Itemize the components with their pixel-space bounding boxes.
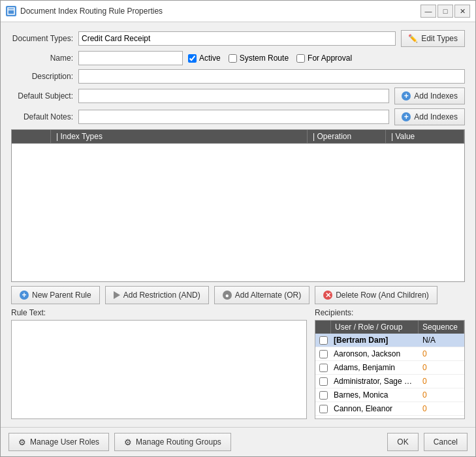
recipient-checkbox[interactable]: [319, 391, 328, 400]
recipient-row[interactable]: Adams, Benjamin0: [315, 361, 464, 375]
ok-button[interactable]: OK: [387, 433, 418, 451]
col-index-types-header: | Index Types: [51, 130, 308, 143]
col-value-header: | Value: [386, 130, 464, 143]
recipient-user: Cannon, Eleanor: [331, 402, 419, 415]
add-indexes-notes-button[interactable]: + Add Indexes: [394, 108, 465, 125]
default-subject-row: Default Subject: + Add Indexes: [11, 87, 465, 104]
recipient-sequence: 0: [419, 361, 464, 374]
title-bar: Document Index Routing Rule Properties —…: [1, 1, 475, 22]
triangle-icon: [114, 291, 120, 299]
description-label: Description:: [11, 72, 73, 81]
svg-rect-0: [8, 8, 14, 14]
recipient-user: Adams, Benjamin: [331, 361, 419, 374]
name-input[interactable]: [78, 51, 183, 65]
recipient-sequence: 0: [419, 375, 464, 388]
rule-text-section: Rule Text:: [11, 308, 307, 419]
checkbox-group: Active System Route For Approval: [188, 54, 465, 63]
recipients-body: [Bertram Dam]N/AAaronson, Jackson0Adams,…: [315, 334, 464, 418]
rec-col-seq-header: Sequence: [419, 321, 464, 334]
bottom-section: Rule Text: Recipients: User / Role / Gro…: [11, 308, 465, 419]
recipient-checkbox-cell: [315, 336, 331, 345]
manage-routing-groups-button[interactable]: ⚙ Manage Routing Groups: [114, 433, 231, 451]
recipient-checkbox-cell: [315, 377, 331, 386]
for-approval-label: For Approval: [308, 54, 352, 63]
add-indexes-subject-button[interactable]: + Add Indexes: [394, 87, 465, 104]
description-input[interactable]: [78, 69, 465, 84]
recipient-user: Aaronson, Jackson: [331, 347, 419, 360]
recipient-user: [Bertram Dam]: [331, 334, 419, 347]
maximize-button[interactable]: □: [437, 5, 453, 18]
close-button[interactable]: ✕: [454, 5, 470, 18]
for-approval-checkbox-label[interactable]: For Approval: [296, 54, 352, 63]
rule-text-label: Rule Text:: [11, 308, 307, 317]
add-restriction-button[interactable]: Add Restriction (AND): [105, 286, 209, 304]
recipients-header: User / Role / Group Sequence: [315, 321, 464, 334]
recipient-checkbox-cell: [315, 405, 331, 413]
default-subject-label: Default Subject:: [11, 91, 73, 101]
app-icon: [6, 6, 16, 16]
for-approval-checkbox[interactable]: [296, 54, 305, 63]
recipients-section: Recipients: User / Role / Group Sequence…: [315, 308, 465, 419]
name-row: Name: Active System Route For Approval: [11, 51, 465, 65]
main-window: Document Index Routing Rule Properties —…: [0, 0, 476, 457]
recipient-row[interactable]: Cannon, Eleanor0: [315, 402, 464, 416]
default-notes-input[interactable]: [78, 110, 389, 124]
index-table-header: | Index Types | Operation | Value: [12, 130, 464, 144]
recipient-checkbox[interactable]: [319, 336, 328, 345]
delete-row-button[interactable]: ✕ Delete Row (And Children): [315, 286, 437, 304]
manage-user-roles-button[interactable]: ⚙ Manage User Roles: [8, 433, 109, 451]
recipient-checkbox[interactable]: [319, 377, 328, 386]
default-notes-label: Default Notes:: [11, 112, 73, 121]
recipient-user: Barnes, Monica: [331, 388, 419, 402]
recipient-sequence: 0: [419, 402, 464, 415]
recipient-row[interactable]: Aaronson, Jackson0: [315, 347, 464, 361]
recipient-row[interactable]: [Bertram Dam]N/A: [315, 334, 464, 347]
active-checkbox-label[interactable]: Active: [188, 54, 221, 63]
default-notes-row: Default Notes: + Add Indexes: [11, 108, 465, 125]
recipient-checkbox-cell: [315, 350, 331, 358]
col-seq-header: [12, 130, 51, 143]
action-buttons: + New Parent Rule Add Restriction (AND) …: [11, 286, 465, 304]
name-label: Name:: [11, 54, 73, 63]
cancel-button[interactable]: Cancel: [424, 433, 468, 451]
plus-icon-new-parent: +: [20, 291, 29, 300]
default-subject-input[interactable]: [78, 89, 389, 103]
recipient-sequence: 0: [419, 388, 464, 402]
doc-types-row: Document Types: ✏️ Edit Types: [11, 30, 465, 47]
recipient-checkbox[interactable]: [319, 364, 328, 372]
recipient-checkbox-cell: [315, 364, 331, 372]
rec-col-user-header: User / Role / Group: [331, 321, 419, 334]
edit-types-button[interactable]: ✏️ Edit Types: [401, 30, 465, 47]
rec-col-cb-header: [315, 321, 331, 334]
recipient-user: Administrator, Sage Pa...: [331, 375, 419, 388]
col-operation-header: | Operation: [308, 130, 386, 143]
gear-icon-2: ⚙: [124, 437, 132, 447]
plus-icon-1: +: [402, 91, 411, 101]
active-checkbox[interactable]: [188, 54, 197, 63]
add-alternate-button[interactable]: ● Add Alternate (OR): [214, 286, 309, 304]
minimize-button[interactable]: —: [420, 5, 436, 18]
recipient-row[interactable]: Administrator, Sage Pa...0: [315, 375, 464, 388]
recipient-sequence: 0: [419, 347, 464, 360]
recipient-row[interactable]: Barnes, Monica0: [315, 388, 464, 402]
window-controls: — □ ✕: [420, 5, 470, 18]
recipient-checkbox[interactable]: [319, 405, 328, 413]
system-route-checkbox-label[interactable]: System Route: [229, 54, 289, 63]
active-label: Active: [199, 54, 221, 63]
description-row: Description:: [11, 69, 465, 84]
system-route-checkbox[interactable]: [229, 54, 237, 63]
recipients-label: Recipients:: [315, 308, 465, 317]
recipient-checkbox-cell: [315, 391, 331, 400]
index-table-body: [12, 144, 464, 281]
gear-icon-1: ⚙: [18, 437, 26, 447]
index-table-container: | Index Types | Operation | Value: [11, 129, 465, 282]
footer-right: OK Cancel: [387, 433, 468, 451]
doc-types-input[interactable]: [78, 31, 396, 46]
window-title: Document Index Routing Rule Properties: [20, 7, 417, 16]
rule-text-box[interactable]: [11, 320, 307, 419]
pencil-icon: ✏️: [408, 34, 418, 43]
new-parent-rule-button[interactable]: + New Parent Rule: [11, 286, 100, 304]
x-icon: ✕: [323, 291, 332, 300]
recipient-checkbox[interactable]: [319, 350, 328, 358]
circle-icon: ●: [223, 291, 232, 300]
